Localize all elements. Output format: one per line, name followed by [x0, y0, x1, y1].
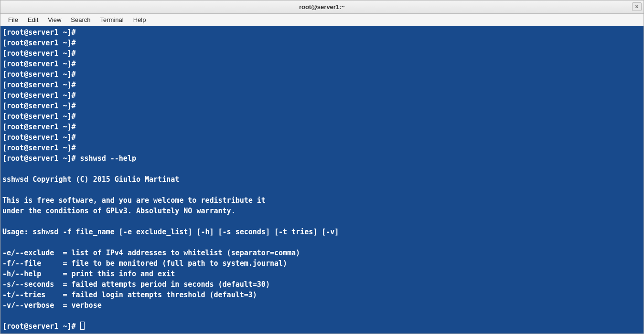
- close-button[interactable]: ×: [632, 2, 642, 11]
- menu-help[interactable]: Help: [129, 15, 151, 24]
- close-icon: ×: [635, 3, 638, 10]
- terminal-output[interactable]: [root@server1 ~]# [root@server1 ~]# [roo…: [0, 26, 644, 334]
- menu-view[interactable]: View: [43, 15, 66, 24]
- terminal-window: root@server1:~ × File Edit View Search T…: [0, 0, 644, 334]
- window-title: root@server1:~: [299, 3, 345, 10]
- menu-search[interactable]: Search: [66, 15, 95, 24]
- titlebar: root@server1:~ ×: [0, 0, 644, 14]
- menu-terminal[interactable]: Terminal: [96, 15, 129, 24]
- menu-edit[interactable]: Edit: [23, 15, 43, 24]
- menu-file[interactable]: File: [3, 15, 23, 24]
- cursor: [80, 322, 85, 330]
- menubar: File Edit View Search Terminal Help: [0, 14, 644, 26]
